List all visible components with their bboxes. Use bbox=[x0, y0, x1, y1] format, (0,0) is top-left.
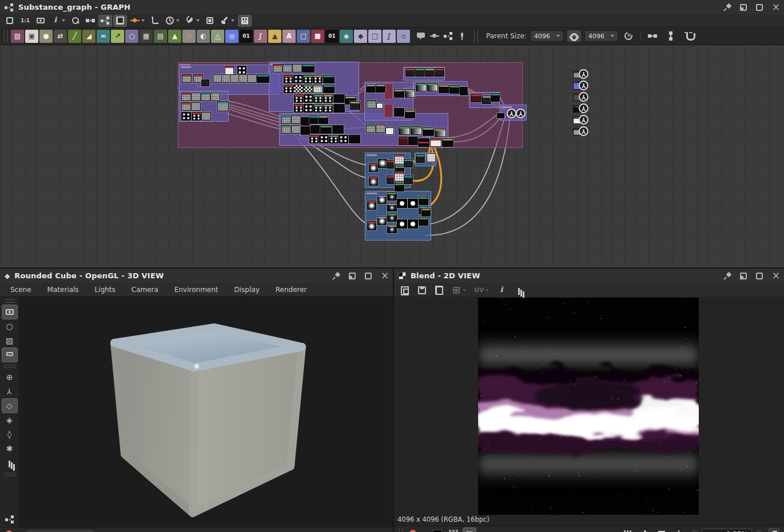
graph-node[interactable] bbox=[323, 75, 335, 83]
warp-node[interactable]: ≈ bbox=[97, 30, 110, 43]
graph-node[interactable] bbox=[217, 101, 229, 111]
graph-node[interactable] bbox=[313, 94, 323, 103]
gradient-map-node[interactable]: ⊙ bbox=[182, 30, 196, 43]
background-color-swatch[interactable] bbox=[431, 528, 444, 532]
bar-handle[interactable] bbox=[399, 529, 403, 532]
graph-node[interactable] bbox=[309, 115, 319, 124]
parent-width-select[interactable]: 4096 bbox=[530, 30, 564, 42]
graph-node[interactable] bbox=[405, 89, 415, 98]
directional-blur-node[interactable]: ◢ bbox=[82, 30, 95, 43]
graph-node[interactable] bbox=[491, 93, 500, 102]
spline-node[interactable]: ∫ bbox=[254, 30, 267, 43]
graph-node[interactable] bbox=[435, 68, 444, 77]
graph-node[interactable] bbox=[404, 175, 413, 184]
pin-icon[interactable] bbox=[456, 30, 468, 42]
flood-fill-node[interactable]: ■ bbox=[311, 30, 324, 43]
graph-node[interactable] bbox=[404, 159, 413, 167]
fit-bounds-icon[interactable] bbox=[655, 528, 668, 532]
graph-node[interactable] bbox=[191, 102, 201, 111]
snap-magnet-icon[interactable] bbox=[683, 30, 695, 42]
menu-materials[interactable]: Materials bbox=[39, 283, 87, 296]
graph-node[interactable] bbox=[418, 138, 429, 147]
graph-node[interactable] bbox=[394, 89, 404, 98]
thumbnail-display-icon[interactable] bbox=[204, 15, 216, 26]
reset-size-icon[interactable] bbox=[623, 30, 634, 42]
graph-node[interactable] bbox=[309, 135, 319, 143]
graph-node[interactable] bbox=[302, 64, 315, 73]
svg-node[interactable]: ▣ bbox=[25, 30, 38, 43]
graph-node[interactable] bbox=[281, 125, 291, 134]
graph-node[interactable] bbox=[301, 126, 311, 135]
graph-node[interactable] bbox=[304, 94, 313, 103]
stats-icon[interactable] bbox=[2, 456, 17, 470]
maximize-icon[interactable] bbox=[364, 272, 372, 280]
blur-node[interactable]: ● bbox=[39, 30, 53, 43]
graph-node[interactable] bbox=[201, 79, 209, 86]
graph-node[interactable] bbox=[369, 177, 378, 186]
menu-display[interactable]: Display bbox=[226, 283, 268, 296]
bitmap-node[interactable]: ▨ bbox=[11, 30, 24, 43]
display-settings-icon[interactable] bbox=[2, 348, 17, 362]
graph-node[interactable] bbox=[273, 64, 282, 73]
close-icon[interactable] bbox=[771, 272, 779, 280]
graph-node[interactable] bbox=[408, 199, 418, 208]
rail-grip[interactable] bbox=[5, 299, 15, 303]
graph-node[interactable] bbox=[471, 94, 482, 102]
graph-node[interactable] bbox=[367, 201, 376, 210]
graph-node[interactable] bbox=[181, 102, 191, 111]
graph-node[interactable] bbox=[284, 85, 293, 93]
graph-node[interactable] bbox=[394, 108, 404, 117]
graph-node[interactable] bbox=[427, 83, 438, 91]
geometry-plane-icon[interactable]: ◊ bbox=[2, 427, 17, 441]
graph-node[interactable] bbox=[333, 104, 345, 113]
fx-map-node[interactable]: ◆ bbox=[354, 30, 367, 43]
graph-node[interactable] bbox=[427, 153, 436, 162]
ambient-occlusion-node[interactable]: ◐ bbox=[197, 30, 210, 43]
graph-node[interactable] bbox=[329, 135, 339, 143]
graph-node[interactable] bbox=[182, 74, 192, 83]
graph-node[interactable] bbox=[292, 64, 302, 73]
pixel-processor-node[interactable]: □ bbox=[368, 30, 381, 43]
align-vertical-icon[interactable] bbox=[665, 30, 676, 42]
graph-node[interactable] bbox=[425, 68, 435, 77]
zoom-level-field[interactable]: 9.35% bbox=[702, 529, 752, 532]
graph-node[interactable] bbox=[191, 93, 201, 101]
camera-icon[interactable] bbox=[2, 305, 17, 319]
light-bulb-icon[interactable]: ○ bbox=[2, 319, 17, 333]
dot-node-icon[interactable] bbox=[429, 30, 440, 42]
graph-node[interactable] bbox=[303, 85, 313, 93]
scene-tree-icon[interactable] bbox=[2, 513, 17, 526]
colorspace-layers-icon[interactable] bbox=[5, 530, 14, 532]
environment-image-icon[interactable]: ▨ bbox=[2, 334, 17, 347]
graph-node[interactable] bbox=[210, 93, 220, 101]
transform-node[interactable]: □ bbox=[297, 30, 310, 43]
graph-node[interactable] bbox=[411, 126, 422, 135]
new-view-icon[interactable] bbox=[399, 285, 411, 295]
graph-node[interactable] bbox=[408, 137, 418, 145]
save-image-icon[interactable] bbox=[416, 285, 428, 295]
pin-icon[interactable] bbox=[332, 272, 340, 280]
graph-output-node[interactable] bbox=[507, 109, 516, 118]
zoom-out-icon[interactable]: − bbox=[691, 530, 699, 532]
graph-node[interactable] bbox=[339, 135, 348, 143]
graph-node[interactable] bbox=[405, 68, 415, 77]
graph-node[interactable] bbox=[416, 154, 425, 163]
graph-node[interactable] bbox=[313, 104, 323, 113]
menu-renderer[interactable]: Renderer bbox=[268, 283, 315, 296]
graph-node[interactable] bbox=[405, 110, 415, 118]
float-icon[interactable] bbox=[739, 272, 747, 280]
graph-node[interactable] bbox=[430, 138, 441, 147]
graph-node[interactable] bbox=[333, 94, 345, 103]
graph-node[interactable] bbox=[293, 75, 303, 83]
menu-environment[interactable]: Environment bbox=[166, 283, 226, 296]
graph-node[interactable] bbox=[282, 64, 292, 73]
toolbar-handle-2[interactable] bbox=[473, 30, 478, 42]
graph-node[interactable] bbox=[313, 85, 323, 93]
close-icon[interactable] bbox=[380, 272, 388, 280]
output-ao[interactable] bbox=[579, 126, 588, 136]
hsl-node[interactable]: ◎ bbox=[225, 30, 238, 43]
float-icon[interactable] bbox=[739, 3, 747, 11]
graph-node[interactable] bbox=[460, 87, 468, 95]
graph-node[interactable] bbox=[366, 84, 376, 93]
toolbar-handle[interactable] bbox=[3, 30, 8, 42]
